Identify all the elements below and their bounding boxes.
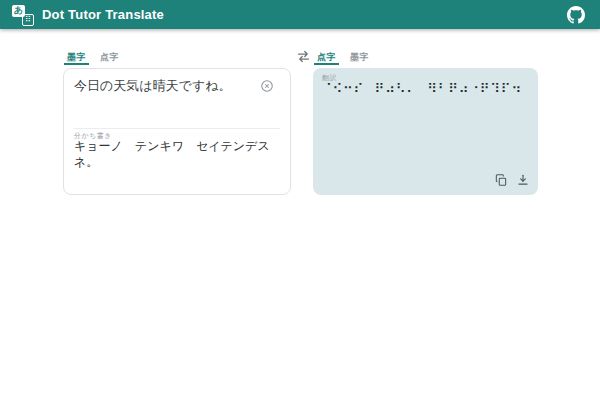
github-link[interactable]	[564, 3, 588, 27]
kana-icon: あ	[12, 5, 25, 17]
app-title: Dot Tutor Translate	[42, 7, 164, 22]
translation-actions	[493, 172, 530, 187]
download-button[interactable]	[515, 172, 530, 187]
clear-circle-icon	[260, 79, 274, 93]
tab-target-sumiji[interactable]: 墨字	[347, 49, 372, 65]
tab-target-tenji[interactable]: 点字	[314, 49, 339, 65]
app-logo: ⠿ あ	[12, 4, 34, 26]
source-tabs: 墨字 点字	[64, 49, 122, 65]
tab-source-sumiji[interactable]: 墨字	[64, 49, 89, 65]
swap-direction-button[interactable]	[296, 49, 311, 64]
source-card: 今日の天気は晴天ですね。 分かち書き キョーノ テンキワ セイテンデスネ。	[63, 68, 291, 195]
copy-button[interactable]	[493, 172, 508, 187]
app-header: ⠿ あ Dot Tutor Translate	[0, 0, 600, 29]
target-tabs: 点字 墨字	[314, 49, 372, 65]
app-window: ⠿ あ Dot Tutor Translate 墨字 点字 今日の天気は晴天です…	[0, 0, 600, 400]
source-text-input[interactable]: 今日の天気は晴天ですね。	[74, 77, 256, 95]
download-icon	[516, 173, 530, 187]
segmented-text: キョーノ テンキワ セイテンデスネ。	[74, 139, 280, 170]
translation-card: 翻訳 ⠈⠪⠒⠎⠀⠟⠴⠣⠄⠀⠻⠃⠟⠴⠐⠟⠹⠏⠲	[313, 68, 538, 195]
swap-arrows-icon	[296, 49, 311, 64]
tab-source-tenji[interactable]: 点字	[97, 49, 122, 65]
copy-icon	[494, 173, 508, 187]
clear-input-button[interactable]	[260, 79, 274, 93]
card-divider	[74, 128, 280, 129]
braille-output: ⠈⠪⠒⠎⠀⠟⠴⠣⠄⠀⠻⠃⠟⠴⠐⠟⠹⠏⠲	[322, 81, 529, 98]
github-icon	[567, 6, 585, 24]
